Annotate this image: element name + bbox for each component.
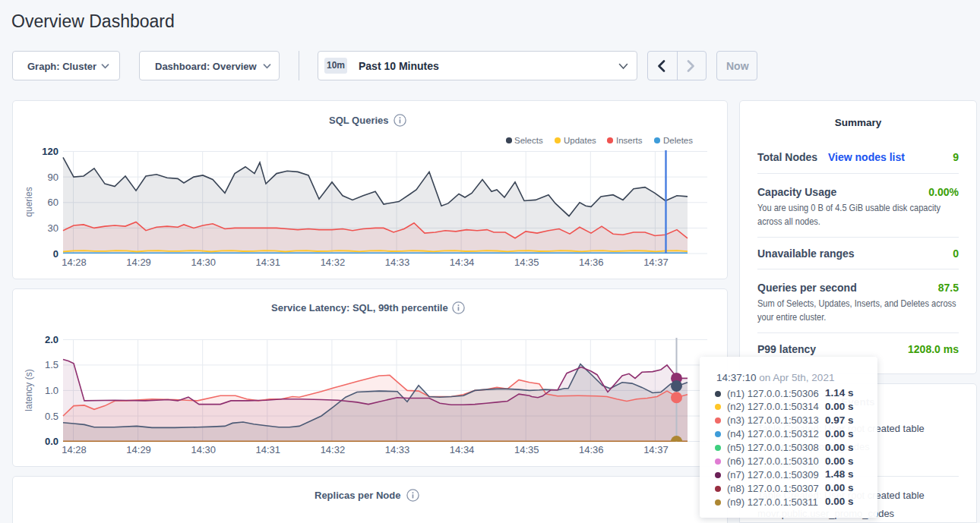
- svg-text:14:33: 14:33: [385, 257, 410, 268]
- svg-text:latency (s): latency (s): [24, 369, 34, 411]
- svg-text:14:32: 14:32: [321, 257, 346, 268]
- svg-text:90: 90: [48, 172, 58, 183]
- svg-text:14:29: 14:29: [126, 444, 151, 455]
- svg-text:1.5: 1.5: [45, 359, 58, 370]
- svg-text:14:36: 14:36: [579, 257, 604, 268]
- svg-text:14:31: 14:31: [256, 257, 281, 268]
- svg-text:14:29: 14:29: [126, 257, 151, 268]
- svg-text:0: 0: [53, 248, 58, 260]
- svg-text:14:31: 14:31: [256, 444, 281, 455]
- svg-text:14:33: 14:33: [385, 444, 410, 455]
- svg-text:60: 60: [48, 197, 58, 208]
- svg-text:30: 30: [48, 222, 58, 234]
- svg-text:14:37: 14:37: [643, 444, 669, 455]
- svg-text:14:28: 14:28: [62, 444, 87, 455]
- svg-text:14:28: 14:28: [62, 257, 87, 268]
- svg-text:14:37: 14:37: [643, 257, 669, 268]
- svg-text:queries: queries: [24, 187, 34, 216]
- svg-text:1.0: 1.0: [45, 385, 58, 396]
- svg-text:120: 120: [42, 146, 58, 157]
- svg-text:14:30: 14:30: [191, 257, 216, 268]
- svg-text:14:30: 14:30: [191, 444, 216, 455]
- svg-text:14:34: 14:34: [450, 444, 475, 455]
- svg-text:2.0: 2.0: [45, 334, 58, 345]
- svg-text:14:32: 14:32: [321, 444, 346, 455]
- svg-text:0.0: 0.0: [45, 436, 58, 447]
- svg-text:14:35: 14:35: [514, 257, 539, 268]
- svg-text:14:34: 14:34: [450, 257, 475, 268]
- svg-text:14:36: 14:36: [579, 444, 604, 455]
- svg-text:0.5: 0.5: [45, 411, 58, 422]
- svg-text:14:35: 14:35: [514, 444, 539, 455]
